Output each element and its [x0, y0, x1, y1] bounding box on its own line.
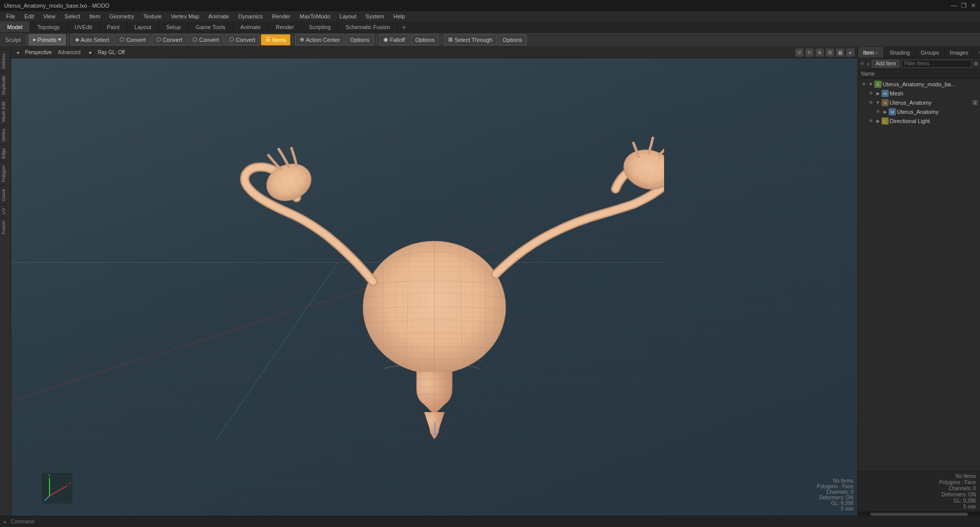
viewport-icon-rotate[interactable]: ↺: [795, 49, 803, 57]
stat-deformers-panel: Deformers: ON: [942, 492, 976, 497]
title-bar-left: Uterus_Anatomy_modo_base.lxo - MODO: [4, 3, 110, 9]
menu-item-help[interactable]: Help: [389, 12, 409, 20]
vis-icon-scene[interactable]: 👁: [860, 81, 867, 88]
item-row-mesh-child[interactable]: 👁 ▶ M Uterus_Anatomy: [858, 107, 980, 116]
right-tab-item[interactable]: Item ▸: [858, 47, 884, 58]
viewport-advanced[interactable]: Advanced: [56, 49, 82, 56]
presets-button[interactable]: ▸ Presets ▾: [29, 34, 66, 45]
menu-item-dynamics[interactable]: Dynamics: [234, 12, 267, 20]
menu-item-view[interactable]: View: [39, 12, 60, 20]
right-panel-scrollbar[interactable]: [858, 512, 980, 516]
item-label-group: Uterus_Anatomy: [890, 100, 971, 106]
menu-item-maxtomodo[interactable]: MaxToModo: [296, 12, 334, 20]
convert1-button[interactable]: ⬡ Convert: [115, 34, 151, 45]
expand-scene[interactable]: ▼: [868, 82, 873, 87]
options2-button[interactable]: Options: [411, 34, 439, 45]
sidebar-tab-polygon[interactable]: Polygon: [0, 162, 11, 185]
items-button[interactable]: ☰ Items: [261, 34, 290, 45]
right-tab-expand[interactable]: ⇔: [974, 47, 980, 58]
right-tab-images[interactable]: Images: [945, 47, 974, 58]
stat-time-panel: 5 min: [964, 504, 976, 510]
menu-item-file[interactable]: File: [2, 12, 19, 20]
right-tab-groups[interactable]: Groups: [916, 47, 945, 58]
menu-item-edit[interactable]: Edit: [20, 12, 38, 20]
vis-icon-group[interactable]: 👁: [867, 99, 874, 106]
vis-icon-mesh-child[interactable]: 👁: [874, 108, 881, 115]
menu-item-select[interactable]: Select: [60, 12, 84, 20]
select-through-button[interactable]: ⊠ Select Through: [444, 34, 497, 45]
vis-icon-light[interactable]: 👁: [867, 117, 874, 125]
viewport-icon-play[interactable]: ▸: [846, 49, 854, 57]
menu-item-item[interactable]: Item: [85, 12, 104, 20]
item-row-mesh[interactable]: 👁 ▶ M Mesh: [858, 89, 980, 98]
viewport-icon-settings[interactable]: ⚙: [826, 49, 834, 57]
main-tab-schematic-fusion[interactable]: Schematic Fusion: [338, 21, 398, 32]
add-icon: +: [867, 61, 870, 67]
sidebar-tab-vertex[interactable]: Vertex: [0, 125, 11, 145]
sidebar-tab-curve[interactable]: Curve: [0, 185, 11, 204]
convert2-button[interactable]: ⬡ Convert: [152, 34, 187, 45]
expand-mesh[interactable]: ▶: [875, 91, 880, 96]
filter-items-input[interactable]: [901, 60, 972, 68]
sidebar-tab-uv[interactable]: UV: [0, 204, 11, 218]
sidebar-tab-duplicate[interactable]: Duplicate: [0, 72, 11, 98]
maximize-btn[interactable]: ❐: [961, 2, 967, 9]
main-tab-animate[interactable]: Animate: [233, 21, 268, 32]
main-tab-paint[interactable]: Paint: [100, 21, 127, 32]
filter-icon[interactable]: ⊞: [974, 61, 978, 66]
menu-item-geometry[interactable]: Geometry: [105, 12, 138, 20]
item-label-scene: Uterus_Anatomy_modo_ba...: [883, 81, 978, 87]
menu-item-texture[interactable]: Texture: [139, 12, 166, 20]
viewport-area[interactable]: ◂ Perspective Advanced ● Ray GL: Off ↺ ↻…: [11, 47, 857, 516]
main-tab-game-tools[interactable]: Game Tools: [188, 21, 233, 32]
viewport-canvas[interactable]: X Y Z No Items Polygons : Face Channels:…: [11, 58, 857, 516]
right-tab-shading[interactable]: Shading: [884, 47, 915, 58]
expand-light[interactable]: ▶: [875, 118, 880, 124]
close-btn[interactable]: ✕: [971, 2, 976, 9]
viewport-icon-grid[interactable]: ▦: [836, 49, 844, 57]
main-tab-layout[interactable]: Layout: [127, 21, 159, 32]
main-tab-setup[interactable]: Setup: [159, 21, 188, 32]
vis-icon-mesh[interactable]: 👁: [867, 90, 874, 97]
menu-item-render[interactable]: Render: [268, 12, 295, 20]
viewport-icon-zoom[interactable]: ⊕: [816, 49, 824, 57]
main-tab-uvedit[interactable]: UVEdit: [67, 21, 100, 32]
convert4-button[interactable]: ⬡ Convert: [225, 34, 260, 45]
sidebar-tab-mesh-edit[interactable]: Mesh Edit: [0, 98, 11, 125]
viewport-ray-gl[interactable]: Ray GL: Off: [98, 50, 125, 55]
command-input[interactable]: [11, 519, 976, 524]
options3-button[interactable]: Options: [498, 34, 527, 45]
minimize-btn[interactable]: —: [951, 2, 957, 9]
item-row-group[interactable]: 👁 ▼ G Uterus_Anatomy 2: [858, 98, 980, 107]
title-bar-controls[interactable]: — ❐ ✕: [951, 2, 976, 9]
item-row-scene[interactable]: 👁 ▼ S Uterus_Anatomy_modo_ba...: [858, 80, 980, 89]
sidebar-tab-edge[interactable]: Edge: [0, 145, 11, 162]
add-tab-button[interactable]: +: [398, 21, 410, 33]
menu-item-vertex-map[interactable]: Vertex Map: [167, 12, 204, 20]
menu-item-layout[interactable]: Layout: [335, 12, 360, 20]
viewport-arrow-left[interactable]: ◂: [14, 49, 21, 56]
expand-mesh-child[interactable]: ▶: [883, 109, 888, 114]
options1-button[interactable]: Options: [346, 34, 374, 45]
action-center-button[interactable]: ⊕ Action Center: [295, 34, 345, 45]
sidebar-tab-fusion[interactable]: Fusion: [0, 217, 11, 237]
sidebar-tab-deform[interactable]: Deform.: [0, 49, 11, 72]
convert3-button[interactable]: ⬡ Convert: [188, 34, 224, 45]
main-tab-topology[interactable]: Topology: [30, 21, 67, 32]
main-tab-scripting[interactable]: Scripting: [302, 21, 338, 32]
falloff-button[interactable]: ◉ Falloff: [379, 34, 410, 45]
scrollbar-thumb[interactable]: [870, 513, 968, 516]
auto-select-button[interactable]: ◈ Auto Select: [70, 34, 114, 45]
item-row-light[interactable]: 👁 ▶ L Directional Light: [858, 116, 980, 126]
menu-item-system[interactable]: System: [361, 12, 388, 20]
expand-group[interactable]: ▼: [875, 100, 880, 105]
item-label-light: Directional Light: [890, 118, 978, 124]
main-tab-model[interactable]: Model: [0, 21, 30, 32]
main-tab-render[interactable]: Render: [268, 21, 302, 32]
viewport-mode[interactable]: Perspective: [25, 50, 52, 55]
add-item-button[interactable]: Add Item: [872, 60, 899, 67]
viewport-icon-refresh[interactable]: ↻: [805, 49, 814, 57]
stats-area: No Items Polygons : Face Channels: 0 Def…: [858, 471, 980, 512]
viewport-icons-group: ↺ ↻ ⊕ ⚙ ▦ ▸: [795, 49, 854, 57]
menu-item-animate[interactable]: Animate: [204, 12, 233, 20]
